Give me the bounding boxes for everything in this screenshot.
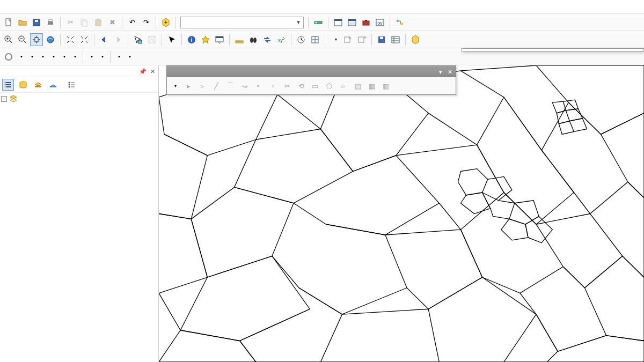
edit-rect-icon[interactable]: ▭	[309, 79, 321, 92]
svg-text:xy: xy	[278, 38, 283, 43]
keine-bearbeitung-button[interactable]	[409, 33, 426, 46]
edit-attributes-icon[interactable]	[389, 33, 402, 46]
menu-selection[interactable]	[68, 5, 80, 9]
menu-geoprocessing[interactable]	[80, 5, 93, 9]
pin-icon[interactable]: 📌	[139, 68, 147, 75]
edit-circle-icon[interactable]: ○	[336, 79, 349, 92]
menu-erfassung[interactable]: ▾	[27, 50, 36, 63]
redo-icon[interactable]: ↷	[140, 16, 152, 29]
find-route-icon[interactable]	[261, 33, 274, 46]
edit-rotate-icon[interactable]: ⟲	[295, 79, 308, 92]
scale-combobox[interactable]: ▼	[180, 17, 304, 28]
edit-attributes2-icon[interactable]: ▤	[352, 79, 364, 92]
python-icon[interactable]: py	[374, 16, 386, 29]
toolbox-icon[interactable]	[360, 16, 372, 29]
layers-root[interactable]: −	[0, 94, 158, 104]
save-icon[interactable]	[30, 16, 43, 29]
new-doc-icon[interactable]	[2, 16, 15, 29]
edit-trace-icon[interactable]: ↝	[238, 79, 251, 92]
create-viewer-icon[interactable]	[309, 33, 321, 46]
list-by-source-icon[interactable]	[17, 79, 29, 91]
collapse-icon[interactable]: −	[1, 96, 7, 102]
map-view[interactable]: ▾ ✕ ▾ ▸ ▹ ╱ ⌒ ↝ • ▫ ✂ ⟲ ▭ ⬠ ○	[159, 65, 644, 362]
menu-werkzeug[interactable]: ▾	[59, 50, 69, 63]
menu-file[interactable]	[3, 5, 16, 9]
clear-selection-icon[interactable]	[145, 33, 158, 46]
menu-projekte[interactable]: ▾	[16, 50, 26, 63]
delete-icon[interactable]: ✖	[106, 16, 119, 29]
list-by-visibility-icon[interactable]	[32, 79, 44, 91]
model-builder-icon[interactable]	[393, 16, 406, 29]
menu-customize[interactable]	[93, 5, 106, 9]
add-data-icon[interactable]: +	[159, 16, 172, 29]
menu-berichte[interactable]: ▾	[70, 50, 79, 63]
menu-windows[interactable]	[106, 5, 119, 9]
hyperlink-icon[interactable]	[199, 33, 212, 46]
svg-rect-7	[96, 20, 101, 26]
svg-rect-16	[349, 22, 355, 25]
editor-menu-button[interactable]: ▾	[170, 79, 180, 92]
next-extent-icon[interactable]	[112, 33, 125, 46]
list-by-selection-icon[interactable]	[47, 79, 59, 91]
menu-darstellung[interactable]: ▾	[86, 50, 96, 63]
zoom-out-icon[interactable]	[16, 33, 29, 46]
open-icon[interactable]	[16, 16, 29, 29]
editor-titlebar[interactable]: ▾ ✕	[167, 66, 456, 77]
menu-plot[interactable]: ▾	[97, 50, 107, 63]
find-icon[interactable]	[247, 33, 260, 46]
menu-insert[interactable]	[55, 5, 68, 9]
edit-session-start-icon[interactable]	[341, 33, 354, 46]
menu-view[interactable]	[29, 5, 42, 9]
options-icon[interactable]	[65, 79, 77, 91]
select-features-icon[interactable]	[131, 33, 144, 46]
edit-line-icon[interactable]: ╱	[210, 79, 223, 92]
menu-schnittstellen[interactable]: ▾	[114, 50, 123, 63]
html-popup-icon[interactable]	[213, 33, 226, 46]
toc-tree[interactable]: −	[0, 93, 158, 362]
copy-icon[interactable]	[78, 16, 91, 29]
menu-konstruktion[interactable]: ▾	[38, 50, 47, 63]
edit-split-icon[interactable]: ✂	[281, 79, 294, 92]
identify-icon[interactable]: i	[185, 33, 198, 46]
edit-node-icon[interactable]: ▫	[267, 79, 280, 92]
cut-icon[interactable]: ✂	[64, 16, 77, 29]
zoom-in-icon[interactable]	[2, 33, 15, 46]
menu-geonis-pp[interactable]: ▾	[125, 50, 134, 63]
menu-datenanalyse[interactable]: ▾	[48, 50, 58, 63]
edit-sketch-props-icon[interactable]: ▦	[365, 79, 378, 92]
dropdown-arrow-icon[interactable]: ▾	[439, 69, 442, 75]
edit-session-stop-icon[interactable]: ×	[355, 33, 368, 46]
prev-extent-icon[interactable]	[98, 33, 111, 46]
svg-text:+: +	[164, 19, 167, 25]
time-slider-icon[interactable]	[295, 33, 308, 46]
edit-vertex-icon[interactable]: ▹	[196, 79, 209, 92]
fixed-zoom-out-icon[interactable]	[78, 33, 91, 46]
undo-icon[interactable]: ↶	[126, 16, 138, 29]
menu-help[interactable]	[119, 5, 132, 9]
edit-create-features-icon[interactable]: ▥	[379, 79, 392, 92]
edit-poly-icon[interactable]: ⬠	[323, 79, 335, 92]
pan-icon[interactable]	[30, 33, 43, 46]
select-elements-icon[interactable]	[165, 33, 178, 46]
menu-bookmarks[interactable]	[42, 5, 55, 9]
print-icon[interactable]	[44, 16, 57, 29]
edit-arc-icon[interactable]: ⌒	[224, 79, 237, 92]
bearbeitungswerkzeuge-dropdown[interactable]: ▾	[331, 33, 340, 46]
window2-icon[interactable]	[346, 16, 358, 29]
window1-icon[interactable]	[332, 16, 345, 29]
editor-toolbar-icon[interactable]	[312, 16, 325, 29]
list-by-drawing-order-icon[interactable]	[2, 79, 14, 91]
paste-icon[interactable]	[92, 16, 105, 29]
full-extent-icon[interactable]	[44, 33, 57, 46]
fixed-zoom-in-icon[interactable]	[64, 33, 77, 46]
edit-pointer-icon[interactable]: ▸	[182, 79, 195, 92]
close-icon[interactable]: ✕	[150, 68, 155, 75]
measure-icon[interactable]	[233, 33, 246, 46]
close-editor-icon[interactable]: ✕	[448, 69, 452, 75]
go-to-xy-icon[interactable]: xy	[275, 33, 288, 46]
edit-point-icon[interactable]: •	[252, 79, 265, 92]
svg-rect-18	[365, 20, 367, 21]
geonis-home-icon[interactable]	[2, 50, 15, 63]
edit-save-icon[interactable]	[375, 33, 388, 46]
menu-edit[interactable]	[16, 5, 29, 9]
